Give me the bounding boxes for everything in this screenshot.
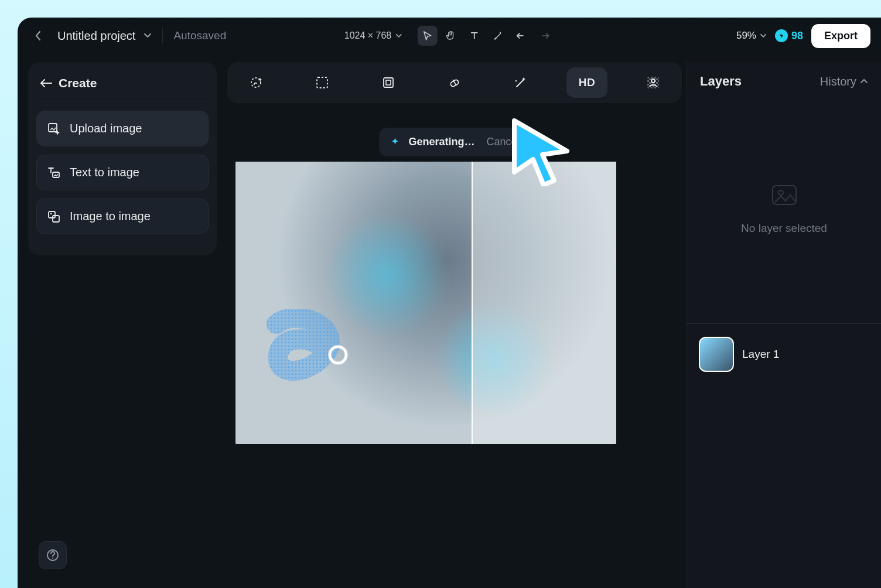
hd-label: HD: [579, 76, 595, 89]
sparkle-icon: [390, 137, 400, 148]
svg-point-20: [778, 190, 783, 195]
divider: [162, 29, 163, 43]
undo-button[interactable]: [511, 26, 531, 46]
history-label: History: [820, 75, 856, 88]
layers-empty-state: No layer selected: [687, 96, 881, 319]
main-body: Create Upload image Text to image Image …: [18, 62, 881, 588]
layer-thumbnail: [699, 337, 734, 372]
top-bar-left: Untitled project Autosaved: [28, 26, 226, 46]
dimensions-text: 1024 × 768: [344, 30, 392, 41]
brush-icon: [493, 31, 502, 40]
marquee-icon: [315, 76, 329, 90]
sidebar-item-upload-image[interactable]: Upload image: [36, 111, 209, 146]
help-button[interactable]: [39, 541, 67, 569]
chevron-down-icon: [760, 33, 767, 39]
image-placeholder-icon: [769, 180, 800, 210]
canvas-compare-overlay: [472, 162, 616, 444]
hand-tool[interactable]: [440, 26, 460, 46]
sidebar-title: Create: [59, 76, 97, 90]
svg-rect-10: [386, 80, 391, 85]
credit-icon: [775, 29, 788, 42]
back-button[interactable]: [28, 26, 48, 46]
canvas-toolbar: HD: [227, 62, 682, 103]
layers-tab[interactable]: Layers: [700, 74, 742, 89]
top-tool-strip: [417, 26, 554, 46]
svg-rect-2: [49, 211, 55, 218]
top-bar-center: 1024 × 768: [344, 26, 555, 46]
generation-status: Generating… Cancel: [379, 128, 530, 156]
sidebar-item-image-to-image[interactable]: Image to image: [36, 199, 209, 234]
top-bar-right: 59% 98 Export: [736, 24, 870, 48]
crop-icon: [381, 76, 395, 90]
canvas[interactable]: [235, 162, 616, 444]
compare-slider[interactable]: [472, 162, 473, 444]
text-to-image-icon: [47, 166, 60, 179]
magic-wand-icon: [513, 75, 528, 90]
svg-rect-3: [53, 216, 59, 222]
svg-point-6: [52, 558, 53, 559]
sidebar-back-button[interactable]: [40, 78, 53, 88]
text-icon: [469, 31, 479, 40]
upload-image-icon: [47, 122, 60, 135]
redo-button: [534, 26, 554, 46]
export-button[interactable]: Export: [811, 24, 870, 48]
left-sidebar: Create Upload image Text to image Image …: [28, 62, 217, 255]
divider: [687, 323, 881, 324]
pointer-icon: [422, 30, 432, 41]
sidebar-item-text-to-image[interactable]: Text to image: [36, 155, 209, 190]
undo-icon: [515, 32, 526, 40]
zoom-control[interactable]: 59%: [736, 30, 767, 42]
chevron-up-icon: [860, 78, 868, 84]
hand-icon: [445, 30, 456, 41]
arrow-left-icon: [40, 78, 53, 88]
brush-stroke-overlay: [259, 309, 358, 403]
svg-rect-8: [317, 77, 327, 88]
empty-message: No layer selected: [741, 222, 827, 235]
tool-remove-bg[interactable]: [633, 67, 674, 98]
right-panel: Layers History No layer selected Layer 1: [687, 62, 881, 588]
sidebar-item-label: Upload image: [70, 122, 142, 135]
image-to-image-icon: [47, 210, 60, 223]
sidebar-item-label: Image to image: [70, 210, 151, 223]
svg-point-4: [50, 213, 52, 214]
tool-hd-upscale[interactable]: HD: [566, 67, 607, 98]
chevron-left-icon: [35, 30, 42, 41]
layer-row[interactable]: Layer 1: [687, 329, 881, 380]
project-title[interactable]: Untitled project: [57, 29, 135, 43]
layer-name: Layer 1: [742, 348, 779, 361]
pointer-tool[interactable]: [417, 26, 437, 46]
canvas-dimensions[interactable]: 1024 × 768: [344, 30, 402, 41]
tool-marquee[interactable]: [302, 67, 343, 98]
eraser-icon: [447, 75, 462, 90]
canvas-area: HD Generating… Cancel: [227, 62, 682, 588]
top-bar: Untitled project Autosaved 1024 × 768: [18, 18, 881, 54]
tool-crop[interactable]: [368, 67, 409, 98]
svg-rect-9: [384, 78, 393, 87]
remove-bg-icon: [646, 75, 661, 90]
chevron-down-icon: [144, 33, 152, 39]
help-icon: [46, 549, 59, 562]
right-panel-header: Layers History: [687, 62, 881, 96]
text-tool[interactable]: [464, 26, 484, 46]
tool-magic-wand[interactable]: [500, 67, 541, 98]
history-tab[interactable]: History: [820, 75, 868, 88]
brush-tool[interactable]: [487, 26, 507, 46]
generating-label: Generating…: [408, 136, 474, 148]
credits-chip[interactable]: 98: [775, 29, 803, 42]
project-dropdown[interactable]: [144, 33, 152, 39]
cancel-button[interactable]: Cancel: [487, 136, 520, 148]
tool-magic-brush[interactable]: [235, 67, 276, 98]
sidebar-item-label: Text to image: [70, 166, 139, 179]
credits-value: 98: [791, 30, 803, 42]
tool-eraser[interactable]: [434, 67, 475, 98]
zoom-value: 59%: [736, 30, 756, 42]
redo-icon: [539, 32, 549, 40]
app-window: Untitled project Autosaved 1024 × 768: [18, 18, 881, 588]
sidebar-header: Create: [36, 71, 209, 101]
chevron-down-icon: [395, 33, 402, 39]
magic-brush-icon: [248, 75, 264, 90]
autosaved-label: Autosaved: [173, 29, 226, 42]
